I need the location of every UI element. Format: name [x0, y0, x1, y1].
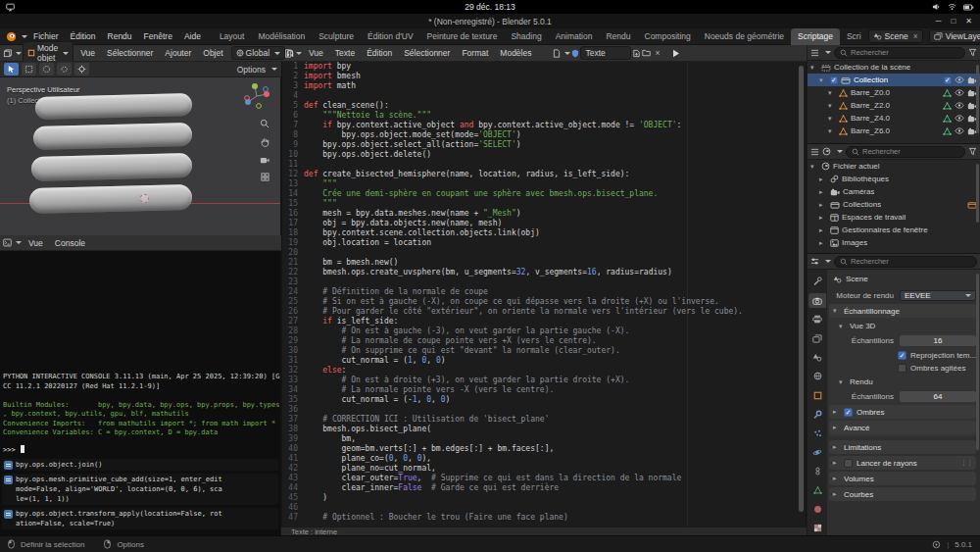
- select-box-tool-button[interactable]: [22, 63, 36, 75]
- properties-editor-icon[interactable]: [810, 257, 819, 266]
- mesh-data-icon[interactable]: [943, 89, 952, 97]
- text-menu-vue[interactable]: Vue: [303, 46, 329, 60]
- properties-tab-render[interactable]: [808, 293, 826, 307]
- console-menu-console[interactable]: Console: [49, 236, 91, 250]
- blend-file-row-images[interactable]: ▸Images: [808, 236, 980, 249]
- snap-magnet-icon[interactable]: [286, 49, 294, 58]
- zoom-icon[interactable]: [260, 119, 270, 128]
- mesh-data-icon[interactable]: [943, 102, 952, 110]
- bar-mesh-2[interactable]: [33, 123, 193, 150]
- outliner-display-mode-icon[interactable]: [810, 49, 819, 57]
- close-button[interactable]: ✕: [965, 17, 972, 25]
- properties-scrollbar[interactable]: [976, 274, 979, 450]
- chevron-down-icon[interactable]: ▾: [810, 163, 818, 171]
- select-lasso-tool-button[interactable]: [57, 63, 72, 75]
- outliner-display-mode-icon[interactable]: [810, 148, 819, 156]
- extensions-icon[interactable]: [932, 540, 941, 549]
- console-menu-vue[interactable]: Vue: [23, 236, 49, 250]
- mesh-data-icon[interactable]: [943, 115, 952, 123]
- outliner-row-barre-z4-0[interactable]: ▾Barre_Z4.0: [808, 112, 980, 125]
- viewport-menu-selectionner[interactable]: Sélectionner: [101, 46, 159, 60]
- blend-file-row-fichier-actuel[interactable]: ▾Fichier actuel: [808, 160, 980, 173]
- chevron-right-icon[interactable]: ▸: [819, 201, 827, 209]
- camera-view-icon[interactable]: [260, 156, 270, 164]
- blender-logo-icon[interactable]: [6, 31, 17, 42]
- advanced-panel-header[interactable]: ▸Avancé: [829, 421, 976, 434]
- viewport-menu-vue[interactable]: Vue: [74, 46, 101, 60]
- editor-type-chevron-icon[interactable]: [16, 52, 22, 55]
- workspace-tab-noeuds-de-geometrie[interactable]: Noeuds de géométrie: [698, 28, 791, 45]
- blend-file-row-espaces-de-travail[interactable]: ▸Espaces de travail: [808, 211, 980, 224]
- mesh-data-icon[interactable]: [943, 127, 952, 135]
- viewport-menu-objet[interactable]: Objet: [197, 46, 228, 60]
- temporal-reprojection-row[interactable]: ✓ Reprojection tem...: [898, 349, 976, 361]
- jittered-shadows-checkbox[interactable]: [898, 364, 906, 373]
- tweak-tool-button[interactable]: [4, 63, 19, 75]
- navigation-gizmo[interactable]: [243, 82, 270, 110]
- viewlayer-selector[interactable]: ViewLayer ×: [929, 29, 980, 43]
- properties-tab-scene[interactable]: [808, 350, 826, 364]
- properties-tab-modifiers[interactable]: [808, 408, 826, 422]
- text-menu-selectionner[interactable]: Sélectionner: [398, 46, 456, 60]
- properties-tab-particles[interactable]: [808, 427, 826, 440]
- workspace-tab-scri[interactable]: Scri: [840, 28, 868, 45]
- outliner-search-input[interactable]: Rechercher: [834, 47, 965, 59]
- curves-panel-header[interactable]: ▸Courbes: [829, 487, 976, 501]
- outliner-row-collection-de-la-scene[interactable]: ▾Collection de la scène: [808, 61, 980, 74]
- tool-options-dropdown[interactable]: Options: [237, 65, 277, 75]
- workspace-tab-sculpture[interactable]: Sculpture: [312, 28, 361, 45]
- collection-enable-checkbox[interactable]: ✓: [830, 76, 838, 84]
- raytracing-checkbox[interactable]: [844, 459, 853, 468]
- properties-search-input[interactable]: Rechercher: [834, 256, 977, 268]
- editor-type-3d-icon[interactable]: [3, 49, 12, 58]
- workspace-tab-edition-d-uv[interactable]: Édition d'UV: [361, 28, 420, 45]
- console-log-entry[interactable]: bpy.ops.object.transform_apply(location=…: [2, 508, 278, 529]
- properties-tab-physics[interactable]: [808, 445, 826, 459]
- outliner-row-barre-z2-0[interactable]: ▾Barre_Z2.0: [808, 99, 980, 112]
- shadows-checkbox[interactable]: ✓: [844, 408, 853, 417]
- chevron-down-icon[interactable]: ▾: [828, 127, 836, 135]
- eye-icon[interactable]: [955, 89, 964, 96]
- code-editor[interactable]: 1import bpy2import bmesh3import math45de…: [281, 62, 807, 527]
- grid-toggle-icon[interactable]: [261, 173, 270, 181]
- properties-tab-object[interactable]: [808, 388, 826, 402]
- eye-icon[interactable]: [955, 76, 964, 83]
- unlink-text-icon[interactable]: ×: [652, 48, 662, 58]
- workspace-tab-rendu[interactable]: Rendu: [599, 28, 637, 45]
- workspace-tab-compositing[interactable]: Compositing: [638, 28, 698, 45]
- chevron-down-icon[interactable]: ▾: [819, 76, 827, 84]
- text-menu-texte[interactable]: Texte: [329, 46, 361, 60]
- filter-icon[interactable]: [968, 48, 977, 57]
- blend-file-row-gestionnaires-de-fenetre[interactable]: ▸Gestionnaires de fenêtre: [808, 224, 980, 236]
- select-circle-tool-button[interactable]: [39, 63, 54, 75]
- run-script-icon[interactable]: [672, 49, 680, 58]
- outliner-row-barre-z6-0[interactable]: ▾Barre_Z6.0: [808, 125, 980, 137]
- chevron-down-icon[interactable]: ▾: [810, 64, 818, 72]
- viewport-menu-ajouter[interactable]: Ajouter: [159, 46, 197, 60]
- viewport-subpanel-header[interactable]: ▾Vue 3D: [829, 320, 976, 332]
- minimize-button[interactable]: ─: [936, 17, 942, 25]
- chevron-down-icon[interactable]: ▾: [828, 89, 836, 97]
- fake-user-shield-icon[interactable]: [571, 49, 579, 58]
- text-editor-scrollbar[interactable]: [799, 66, 804, 512]
- render-samples-field[interactable]: 64: [900, 391, 976, 402]
- transform-orientation-select[interactable]: Global: [231, 46, 286, 60]
- unlink-scene-icon[interactable]: ×: [911, 31, 918, 41]
- properties-tab-texture[interactable]: [808, 522, 826, 535]
- properties-tab-object-data[interactable]: [808, 483, 826, 497]
- blend-file-scrollbar[interactable]: [976, 164, 979, 223]
- display-mode-chevron-icon[interactable]: [825, 51, 831, 54]
- clamping-panel-header[interactable]: ▸Limitations: [829, 440, 976, 454]
- eye-icon[interactable]: [955, 127, 964, 134]
- outliner-row-collection[interactable]: ▾✓Collection✓: [808, 74, 980, 86]
- chevron-down-icon[interactable]: ▾: [828, 115, 836, 123]
- viewport-samples-field[interactable]: 16: [900, 335, 976, 346]
- console-log-entry[interactable]: bpy.ops.object.join(): [2, 459, 278, 471]
- volumes-panel-header[interactable]: ▸Volumes: [829, 472, 976, 485]
- properties-tab-material[interactable]: [808, 502, 826, 516]
- chevron-right-icon[interactable]: ▸: [819, 176, 827, 183]
- text-name-field[interactable]: Texte: [580, 46, 631, 60]
- eye-icon[interactable]: [955, 102, 964, 109]
- properties-tab-output[interactable]: [808, 313, 826, 326]
- editor-type-chevron-icon[interactable]: [16, 241, 22, 244]
